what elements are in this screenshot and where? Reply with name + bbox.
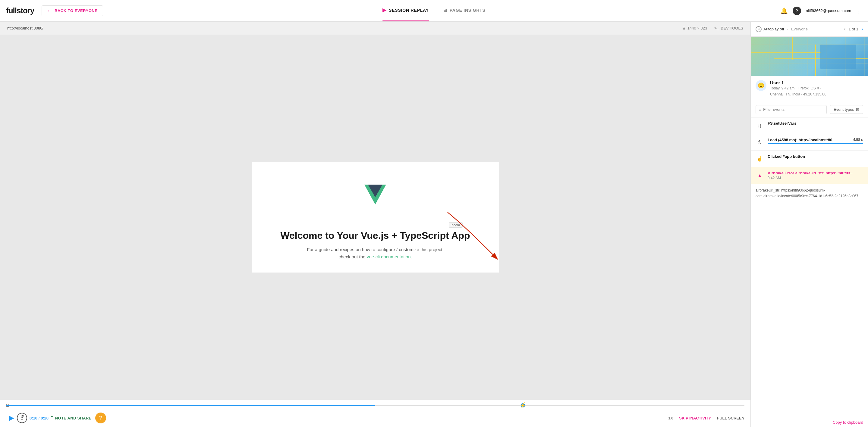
player-toolbar: http://localhost:8080/ 🖥 1440 × 323 >_ D…	[0, 22, 750, 35]
load-icon: ⏱	[755, 138, 764, 146]
progress-bar[interactable]: ⚡	[6, 402, 744, 408]
note-label: NOTE AND SHARE	[55, 416, 92, 420]
event-subtitle: 9:42 AM	[768, 176, 863, 180]
more-options-icon[interactable]: ⋮	[856, 7, 862, 14]
lightning-marker: ⚡	[520, 402, 526, 408]
viewport: boom Welcome to Your Vue.js + TypeScript…	[0, 35, 750, 400]
vue-logo	[357, 180, 393, 216]
user-email: nitif93662@quossum.com	[806, 8, 851, 13]
play-icon: ▶	[382, 7, 386, 13]
rewind-icon: ↺	[21, 414, 24, 419]
map-container	[751, 37, 868, 76]
event-duration: 4.58 s	[853, 138, 863, 142]
user-meta-line2: Chennai, TN, India · 49.207.135.86	[770, 92, 827, 96]
boom-label: boom	[449, 222, 463, 228]
note-and-share-button[interactable]: " NOTE AND SHARE	[51, 415, 92, 421]
copy-to-clipboard-button[interactable]: Copy to clipboard	[751, 418, 868, 427]
toolbar-right: 🖥 1440 × 323 >_ DEV TOOLS	[682, 26, 743, 30]
tab-session-replay-label: SESSION REPLAY	[389, 8, 429, 13]
page-desc: For a guide and recipes on how to config…	[307, 246, 444, 260]
event-types-button[interactable]: Event types ⊟	[830, 105, 863, 114]
event-content: FS.setUserVars	[768, 121, 863, 126]
dev-tools-label: DEV TOOLS	[721, 26, 743, 30]
error-icon: ▲	[755, 171, 764, 180]
logo: fullstory	[6, 6, 34, 15]
rewind-button[interactable]: ↺ 7	[17, 413, 27, 423]
filter-bar: ≡ Event types ⊟	[751, 102, 868, 118]
map-road-v2	[815, 44, 816, 76]
filter-input-wrap: ≡	[755, 105, 827, 114]
user-meta: Today, 9:42 am · Firefox, OS X · Chennai…	[770, 85, 863, 98]
back-button[interactable]: ← BACK TO EVERYONE	[41, 5, 103, 16]
page-desc-end: .	[411, 254, 412, 259]
current-time: 0:10	[30, 416, 37, 420]
prev-session-button[interactable]: ‹	[844, 26, 845, 32]
user-avatar: 🙂	[755, 80, 767, 91]
event-item-airbrake[interactable]: ▲ Airbrake Error airbrakeUrl_str: https:…	[751, 167, 868, 184]
nav-right: 🔔 ? nitif93662@quossum.com ⋮	[780, 7, 862, 15]
event-item-fs-setuservars[interactable]: {} FS.setUserVars	[751, 118, 868, 134]
event-content: Clicked #app button	[768, 154, 863, 159]
airbrake-detail-text: airbrakeUrl_str: https://nitif93662-quos…	[755, 188, 858, 198]
autoplay-label: Autoplay off	[764, 27, 784, 31]
dev-tools-button[interactable]: >_ DEV TOOLS	[714, 26, 743, 30]
resolution-value: 1440 × 323	[687, 26, 707, 30]
speed-badge[interactable]: 1X	[668, 416, 673, 420]
help-bubble[interactable]: ?	[95, 413, 106, 423]
vue-cli-link[interactable]: vue-cli documentation	[367, 254, 411, 259]
player-controls: ⚡ ▶ ↺ 7 0:10 / 0:20 " NOTE AND SHARE	[0, 400, 750, 427]
skip-inactivity-button[interactable]: SKIP INACTIVITY	[679, 416, 711, 420]
time-display: 0:10 / 0:20	[30, 416, 49, 420]
page-desc-part1: For a guide and recipes on how to config…	[307, 247, 444, 252]
bell-icon[interactable]: 🔔	[780, 7, 788, 14]
right-panel: ↺ Autoplay off · Everyone ‹ 1 of 1 › 🙂	[750, 22, 868, 427]
back-arrow-icon: ←	[47, 8, 53, 13]
map-water	[820, 44, 856, 69]
tab-page-insights[interactable]: ⊞ PAGE INSIGHTS	[443, 8, 486, 14]
user-card: 🙂 User 1 Today, 9:42 am · Firefox, OS X …	[751, 76, 868, 102]
controls-row: ▶ ↺ 7 0:10 / 0:20 " NOTE AND SHARE ? 1X …	[6, 409, 744, 427]
event-title: Clicked #app button	[768, 154, 863, 159]
autoplay-icon: ↺	[755, 26, 762, 32]
airbrake-detail: airbrakeUrl_str: https://nitif93662-quos…	[751, 184, 868, 203]
rewind-label: 7	[21, 419, 23, 422]
back-label: BACK TO EVERYONE	[55, 8, 97, 13]
user-info: User 1 Today, 9:42 am · Firefox, OS X · …	[770, 80, 863, 98]
autoplay-toggle[interactable]: ↺ Autoplay off · Everyone	[755, 26, 808, 32]
event-item-click[interactable]: ☝ Clicked #app button	[751, 151, 868, 167]
tab-page-insights-label: PAGE INSIGHTS	[450, 8, 486, 13]
filter-input[interactable]	[763, 107, 824, 112]
tab-session-replay[interactable]: ▶ SESSION REPLAY	[382, 7, 429, 14]
event-types-filter-icon: ⊟	[856, 107, 859, 112]
webpage-content: boom Welcome to Your Vue.js + TypeScript…	[252, 162, 499, 272]
dev-tools-icon: >_	[714, 26, 719, 30]
fullscreen-button[interactable]: FULL SCREEN	[717, 416, 744, 420]
main-layout: http://localhost:8080/ 🖥 1440 × 323 >_ D…	[0, 22, 868, 427]
event-title-error: Airbrake Error airbrakeUrl_str: https://…	[768, 171, 863, 175]
play-button[interactable]: ▶	[6, 413, 17, 423]
page-title: Welcome to Your Vue.js + TypeScript App	[280, 230, 470, 241]
nav-arrows: ‹ 1 of 1 ›	[844, 26, 863, 32]
event-title: Load (4588 ms): http://localhost:80...	[768, 138, 835, 142]
resolution: 🖥 1440 × 323	[682, 26, 707, 30]
map-road-h1	[751, 53, 821, 53]
monitor-icon: 🖥	[682, 26, 686, 30]
progress-track[interactable]	[6, 405, 744, 406]
event-item-load[interactable]: ⏱ Load (4588 ms): http://localhost:80...…	[751, 134, 868, 151]
next-session-button[interactable]: ›	[861, 26, 863, 32]
page-desc-part2: check out the	[338, 254, 367, 259]
code-icon: {}	[755, 122, 764, 130]
quote-icon: "	[51, 415, 53, 421]
help-icon[interactable]: ?	[793, 7, 801, 15]
page-url: http://localhost:8080/	[7, 26, 43, 30]
events-list: {} FS.setUserVars ⏱ Load (4588 ms): http…	[751, 118, 868, 418]
topnav: fullstory ← BACK TO EVERYONE ▶ SESSION R…	[0, 0, 868, 22]
segment-label: Everyone	[791, 27, 808, 31]
event-types-label: Event types	[834, 107, 854, 112]
event-content: Load (4588 ms): http://localhost:80... 4…	[768, 138, 863, 144]
nav-center: ▶ SESSION REPLAY ⊞ PAGE INSIGHTS	[382, 7, 486, 14]
player-area: http://localhost:8080/ 🖥 1440 × 323 >_ D…	[0, 22, 750, 427]
event-progress-bar	[768, 143, 863, 144]
page-insights-icon: ⊞	[443, 8, 447, 13]
event-title: FS.setUserVars	[768, 121, 863, 126]
